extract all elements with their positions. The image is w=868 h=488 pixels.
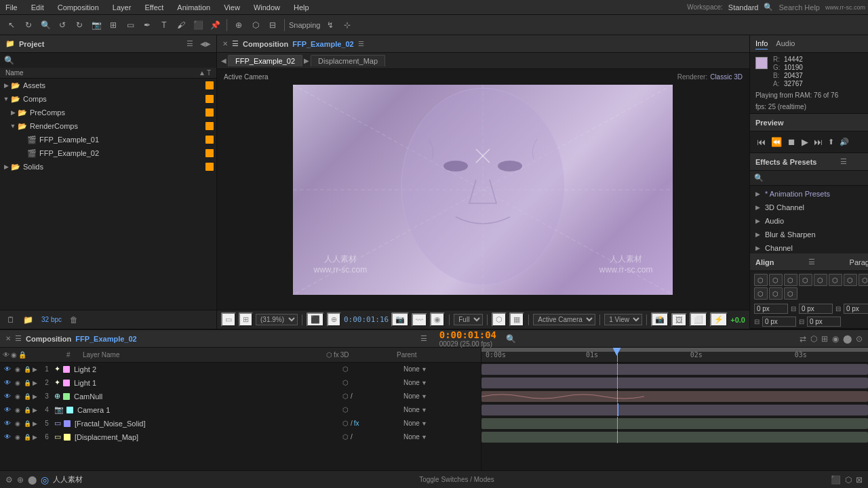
layer-1-sw-1[interactable]: ⬡ bbox=[341, 365, 349, 373]
distrib-bottom-btn[interactable]: ⬡ bbox=[784, 287, 797, 300]
align-input-1[interactable] bbox=[754, 304, 788, 314]
tool-stamp[interactable]: ⬛ bbox=[191, 18, 205, 33]
align-right-btn[interactable]: ⬡ bbox=[784, 274, 797, 286]
preview-play-btn[interactable]: ▶ bbox=[800, 136, 810, 148]
layer-row-1[interactable]: 👁 ◉ 🔒 ▶ 1 ✦ Light 2 ⬡ None ▼ bbox=[0, 363, 481, 376]
layer-1-expand[interactable]: ▶ bbox=[33, 366, 39, 373]
tab-info[interactable]: Info bbox=[755, 38, 768, 49]
tl-action-1[interactable]: ⇄ bbox=[800, 334, 806, 344]
layer-6-lock[interactable]: 🔒 bbox=[23, 434, 31, 441]
new-item-btn[interactable]: 🗒 bbox=[4, 314, 18, 326]
tl-footer-icon-5[interactable]: ⬡ bbox=[845, 475, 852, 485]
trash-btn[interactable]: 🗑 bbox=[67, 314, 81, 326]
layer-3-solo[interactable]: ◉ bbox=[14, 393, 22, 400]
tl-action-4[interactable]: ◉ bbox=[832, 334, 839, 344]
effect-audio[interactable]: ▶ Audio bbox=[750, 214, 868, 228]
vp-grid-btn[interactable]: ⊞ bbox=[239, 312, 253, 327]
tool-camera[interactable]: 📷 bbox=[89, 18, 104, 33]
timeline-ruler[interactable]: 0:00s 01s 02s 03s bbox=[481, 348, 868, 363]
align-input-3[interactable] bbox=[844, 304, 868, 314]
workspace-value[interactable]: Standard bbox=[728, 3, 759, 12]
project-menu-btn[interactable]: ☰ bbox=[186, 39, 193, 48]
tree-item-ffp02[interactable]: 🎬 FFP_Example_02 bbox=[0, 146, 216, 160]
tl-action-2[interactable]: ⬡ bbox=[810, 334, 817, 344]
vp-camera-select[interactable]: Active Camera bbox=[533, 314, 595, 325]
comp-menu-btn[interactable]: ☰ bbox=[358, 40, 364, 47]
tab-arrow-left[interactable]: ◀ bbox=[221, 57, 226, 64]
preview-first-btn[interactable]: ⏮ bbox=[755, 136, 767, 148]
layer-2-sw-1[interactable]: ⬡ bbox=[341, 379, 349, 386]
tl-footer-icon-4[interactable]: ⬛ bbox=[831, 475, 841, 485]
vp-overlay-btn[interactable]: ⊕ bbox=[327, 312, 341, 327]
align-input-5[interactable] bbox=[807, 317, 841, 327]
effect-blur[interactable]: ▶ Blur & Sharpen bbox=[750, 228, 868, 241]
menu-help[interactable]: Help bbox=[291, 3, 312, 12]
align-input-4[interactable] bbox=[762, 317, 796, 327]
layer-row-5[interactable]: 👁 ◉ 🔒 ▶ 5 ▭ [Fractal_Noise_Solid] ⬡ / fx… bbox=[0, 417, 481, 430]
layer-4-sw-1[interactable]: ⬡ bbox=[341, 406, 349, 413]
tool-3d[interactable]: ⬡ bbox=[248, 18, 263, 33]
align-left-btn[interactable]: ⬡ bbox=[754, 274, 768, 286]
tool-rotate[interactable]: ↻ bbox=[21, 18, 36, 33]
vp-fast-btn[interactable]: ⚡ bbox=[710, 312, 728, 327]
menu-file[interactable]: File bbox=[3, 3, 20, 12]
layer-2-solo[interactable]: ◉ bbox=[14, 380, 22, 386]
tl-footer-icon-2[interactable]: ⊕ bbox=[17, 475, 24, 485]
vp-region-btn[interactable]: ⬡ bbox=[492, 312, 507, 327]
layer-1-solo[interactable]: ◉ bbox=[14, 366, 22, 373]
layer-row-6[interactable]: 👁 ◉ 🔒 ▶ 6 ▭ [Displacment_Map] ⬡ / None ▼ bbox=[0, 430, 481, 444]
tree-item-ffp01[interactable]: 🎬 FFP_Example_01 bbox=[0, 133, 216, 146]
layer-1-parent-arrow[interactable]: ▼ bbox=[421, 366, 427, 373]
tool-rect[interactable]: ▭ bbox=[123, 18, 138, 33]
layer-4-parent-arrow[interactable]: ▼ bbox=[421, 407, 427, 413]
search-help-label[interactable]: Search Help bbox=[778, 3, 820, 12]
new-folder-btn[interactable]: 📁 bbox=[20, 314, 36, 326]
effects-menu-btn[interactable]: ☰ bbox=[840, 157, 847, 166]
bpc-label[interactable]: 32 bpc bbox=[41, 316, 62, 323]
timeline-menu-btn[interactable]: ☰ bbox=[420, 334, 427, 343]
distrib-center-h-btn[interactable]: ⬡ bbox=[859, 274, 868, 286]
tool-pen[interactable]: ✒ bbox=[140, 18, 155, 33]
layer-row-3[interactable]: 👁 ◉ 🔒 ▶ 3 ⊕ CamNull ⬡ / None ▼ bbox=[0, 390, 481, 403]
preview-stop-btn[interactable]: ⏹ bbox=[786, 136, 797, 148]
tool-align[interactable]: ⊟ bbox=[265, 18, 280, 33]
layer-2-lock[interactable]: 🔒 bbox=[23, 380, 31, 386]
vp-transparency-btn[interactable]: ▦ bbox=[509, 312, 524, 327]
vp-mask-btn[interactable]: ◉ bbox=[430, 312, 445, 327]
tree-item-rendercomps[interactable]: ▼ 📂 RenderComps bbox=[0, 119, 216, 133]
distrib-top-btn[interactable]: ⬡ bbox=[754, 287, 768, 300]
menu-composition[interactable]: Composition bbox=[55, 3, 102, 12]
tl-footer-icon-6[interactable]: ⊠ bbox=[856, 475, 863, 485]
vp-motion-btn[interactable]: 〰 bbox=[412, 313, 427, 327]
tab-ffp02[interactable]: FFP_Example_02 bbox=[228, 55, 302, 66]
snapping-toggle[interactable]: ↯ bbox=[323, 18, 338, 33]
timeline-close-btn[interactable]: ✕ bbox=[5, 335, 11, 342]
menu-layer[interactable]: Layer bbox=[110, 3, 134, 12]
layer-3-expand[interactable]: ▶ bbox=[33, 393, 39, 400]
timeline-search-btn[interactable]: 🔍 bbox=[506, 334, 516, 344]
tl-action-5[interactable]: ⬤ bbox=[843, 334, 852, 344]
layer-5-fx-label[interactable]: fx bbox=[354, 420, 359, 427]
layer-6-eye[interactable]: 👁 bbox=[3, 433, 12, 441]
tl-action-3[interactable]: ⊞ bbox=[821, 334, 828, 344]
menu-window[interactable]: Window bbox=[251, 3, 283, 12]
tree-item-assets[interactable]: ▶ 📂 Assets bbox=[0, 79, 216, 92]
vp-safe-btn[interactable]: ⬛ bbox=[307, 312, 324, 327]
tab-audio[interactable]: Audio bbox=[776, 38, 795, 49]
layer-4-solo[interactable]: ◉ bbox=[14, 407, 22, 413]
layer-row-4[interactable]: 👁 ◉ 🔒 ▶ 4 📷 Camera 1 ⬡ None ▼ bbox=[0, 403, 481, 417]
distrib-center-v-btn[interactable]: ⬡ bbox=[769, 287, 783, 300]
vp-camera-btn[interactable]: 📷 bbox=[391, 312, 409, 327]
align-menu-btn[interactable]: ☰ bbox=[808, 258, 815, 266]
preview-prev-btn[interactable]: ⏪ bbox=[770, 136, 783, 148]
align-bottom-btn[interactable]: ⬡ bbox=[829, 274, 842, 286]
layer-3-eye[interactable]: 👁 bbox=[3, 392, 12, 400]
comp-close-btn[interactable]: ✕ bbox=[222, 40, 228, 47]
vp-quality-select[interactable]: Full bbox=[454, 314, 483, 325]
tl-action-6[interactable]: ⊙ bbox=[856, 334, 863, 344]
tool-redo[interactable]: ↻ bbox=[72, 18, 87, 33]
layer-2-parent-arrow[interactable]: ▼ bbox=[421, 380, 427, 386]
align-top-btn[interactable]: ⬡ bbox=[799, 274, 812, 286]
layer-6-expand[interactable]: ▶ bbox=[33, 434, 39, 441]
layer-1-eye[interactable]: 👁 bbox=[3, 365, 12, 373]
